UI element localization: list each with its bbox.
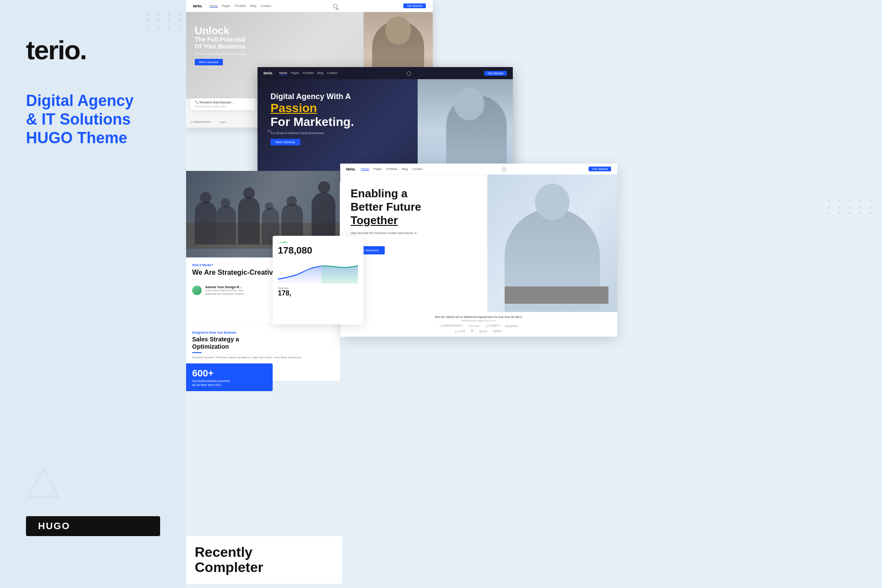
mockup-1-search-box: 🔍 Research And Discover... Morbi interdu… [190,98,255,110]
bg-dots-mid-right [828,199,876,214]
mockup-2-btn: More Services [270,139,300,145]
mockup-4-nav-btn: Get Started [589,167,611,171]
sales-text: Phasellus hendrerit. Pellentesc aliquet … [192,356,334,359]
brand-logo: terio. [26,35,160,65]
mockup-1-nav: terio. Home Pages Portfolio Blog Contact… [186,0,433,12]
mockup-2-prev-arrow: ← [266,127,273,135]
mockup-1-btn: More Services [195,59,223,65]
mockup-2-nav-btn: Get Started [484,71,507,76]
mockup-1-brand: terio. [193,4,203,8]
svg-marker-0 [28,469,58,497]
dashboard-growth: + 1.35% [278,241,358,244]
mockup-1-hero-text: Unlock The Full Potential Of Your Busine… [195,25,247,65]
client-logos-row-2: LLOYD R Jyean JIMMY [347,329,610,333]
dashboard-main-value: 178,080 [278,245,358,256]
mockup-4-clients: See the clients we've delivered experien… [340,312,617,337]
mockup-1-nav-btn: Get Started [403,3,426,8]
mockup-2-search-icon [407,69,411,77]
wsl-avatar [192,286,202,295]
main-area: terio. Home Pages Portfolio Blog Contact… [186,0,882,588]
mockup-4-brand: terio. [346,167,356,171]
recently-completed-section: Recently Completer [186,536,342,584]
sales-accent-line [192,352,202,353]
recently-title: Recently Completer [195,545,333,575]
left-panel-dots [147,13,205,28]
sales-title: Sales Strategy a Optimization [192,336,334,350]
sales-label: Designed to Grow Your Business [192,331,334,334]
left-panel: // Will be rendered below terio. Digital… [0,0,186,588]
mockup-1-nav-links: Home Pages Portfolio Blog Contact [209,4,271,8]
mockup-4-nav-links: Home Pages Portfolio Blog Contact [361,167,422,171]
client-logos-row-1: ◇ SIDEOGRAPH Cupcakes △ CAMPS Salvatore [347,324,610,328]
person-sil-2 [216,206,236,244]
mockup-2-nav: terio. Home Pages Portfolio Blog Contact… [258,67,513,79]
stats-text: Successful websites launched by our team… [192,379,231,387]
dashboard-total-value: 178, [278,289,358,297]
person-sil-3 [238,197,260,244]
dashboard-overlay: + 1.35% 178,080 Total Stor. 178, [273,236,364,325]
mockup-4-nav: terio. Home Pages Portfolio Blog Contact… [340,164,617,175]
mockup-4-right-image [487,175,617,317]
mockup-4: terio. Home Pages Portfolio Blog Contact… [340,164,617,337]
person-sil-1 [195,201,216,244]
mockup-2-hero-text: Digital Agency With A Passion For Market… [270,92,354,145]
tagline: Digital Agency & IT Solutions HUGO Theme [26,91,160,148]
stats-block: 600+ Successful websites launched by our… [186,363,273,391]
stats-number: 600+ [192,368,267,379]
mockup-2-nav-links: Home Pages Portfolio Blog Contact [279,71,337,75]
mockup-4-search-icon [502,165,506,173]
dashboard-chart [278,260,358,283]
pagination-dots [351,261,477,264]
triangle-decoration [26,467,61,501]
mockup-1-search-icon-inner: 🔍 [195,101,200,104]
hugo-badge: HUGO [26,516,160,536]
mockup-2-brand: terio. [264,71,273,75]
mockup-1-search-icon [333,4,338,8]
